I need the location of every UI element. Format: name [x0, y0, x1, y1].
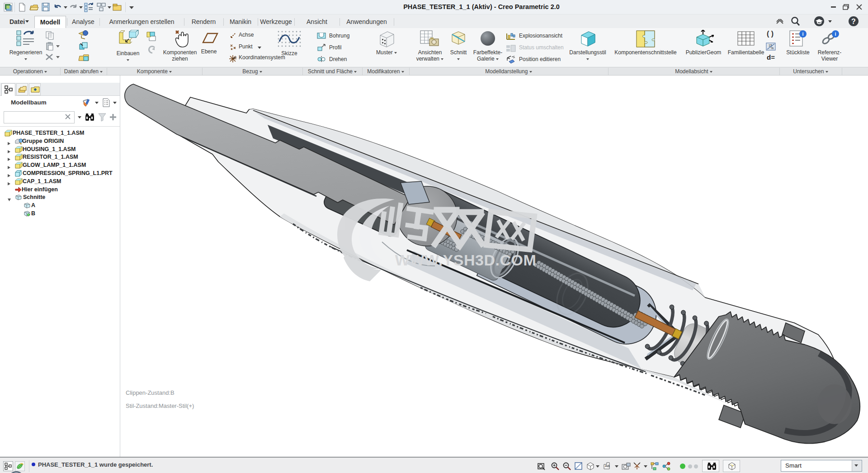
svg-text:?: ? — [851, 18, 856, 25]
svg-text:%: % — [771, 47, 774, 50]
svg-text:AB: AB — [605, 464, 610, 468]
svg-text:i: i — [802, 31, 803, 37]
svg-text:i: i — [835, 31, 836, 37]
